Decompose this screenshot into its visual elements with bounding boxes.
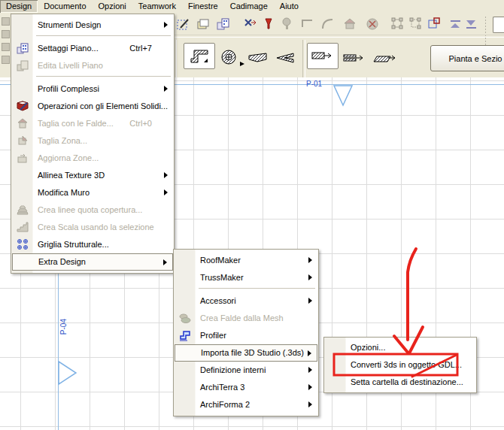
- copy-layers-icon[interactable]: [196, 17, 211, 32]
- split-icon[interactable]: [242, 17, 257, 32]
- resize-handles-icon: [390, 17, 405, 32]
- menu-item-label: Profiler: [200, 331, 226, 340]
- toolbar-row-divider: [173, 35, 504, 38]
- menu-item-label: Operazioni con gli Elementi Solidi...: [38, 101, 168, 111]
- menu-item-label: ArchiTerra 3: [200, 383, 244, 392]
- solid-operations-icon: [17, 100, 29, 112]
- structural-grid-icon: [17, 238, 29, 250]
- beam-profile-icon[interactable]: [248, 53, 268, 65]
- stretch-box-icon[interactable]: [427, 17, 442, 32]
- menu-item-label: Setta cartella di destinazione...: [351, 377, 463, 386]
- menu-item-importa-file-3d-studio[interactable]: Importa file 3D Studio (.3ds): [175, 344, 317, 362]
- menu-item-label: Edita Livelli Piano: [38, 61, 103, 70]
- submenu-arrow-icon: [308, 401, 312, 407]
- section-marker-p01-label[interactable]: P-01: [306, 80, 322, 88]
- menu-item-crea-linee-quota-copertura[interactable]: Crea linee quota copertura...: [12, 201, 173, 219]
- menu-item-setta-cartella-destinazione[interactable]: Setta cartella di destinazione...: [325, 374, 475, 391]
- dropdown-arrow-icon[interactable]: [239, 59, 245, 68]
- menu-separator: [36, 76, 171, 79]
- wall-profile-button[interactable]: [184, 43, 215, 69]
- collapse-top-icon[interactable]: [448, 17, 463, 32]
- submenu-arrow-icon: [308, 298, 312, 304]
- menu-item-trussmaker[interactable]: TrussMaker: [175, 269, 317, 286]
- section-marker-button[interactable]: [307, 43, 339, 69]
- studio-submenu-popup: Opzioni... Converti 3ds in oggetto GDL..…: [323, 337, 477, 393]
- menu-item-crea-scala-selezione[interactable]: Crea Scala usando la selezione: [12, 219, 173, 236]
- floor-settings-icon: [17, 42, 29, 54]
- column-profile-icon[interactable]: [275, 53, 295, 65]
- submenu-arrow-icon: [164, 22, 168, 28]
- clipped-toolbar-button[interactable]: [493, 17, 504, 33]
- menu-item-archiforma-2[interactable]: ArchiForma 2: [175, 396, 317, 413]
- menu-cadimage[interactable]: Cadimage: [224, 0, 274, 13]
- collapse-bottom-icon[interactable]: [464, 17, 479, 32]
- circular-profile-icon[interactable]: [220, 48, 238, 68]
- menu-item-label: Modifica Muro: [38, 188, 90, 197]
- interior-elevation-icon[interactable]: [373, 54, 397, 66]
- menu-aiuto[interactable]: Aiuto: [274, 0, 305, 13]
- submenu-arrow-icon: [308, 367, 312, 373]
- menu-item-converti-3ds-in-oggetto-gdl[interactable]: Converti 3ds in oggetto GDL...: [325, 356, 475, 374]
- menu-item-allinea-texture-3d[interactable]: Allinea Texture 3D: [12, 167, 173, 184]
- menu-teamwork[interactable]: Teamwork: [132, 0, 182, 13]
- menu-item-roofmaker[interactable]: RoofMaker: [175, 252, 317, 269]
- submenu-arrow-icon: [164, 172, 168, 178]
- menu-item-settaggi-piano[interactable]: Settaggi Piano... Ctrl+7: [12, 40, 173, 57]
- sphere-icon: [365, 17, 380, 32]
- menu-item-strumenti-design[interactable]: Strumenti Design: [12, 17, 173, 34]
- story-settings-icon[interactable]: [216, 17, 231, 32]
- roof-level-lines-icon: [17, 204, 29, 216]
- create-stair-icon: [17, 221, 29, 233]
- roof-house-icon: [342, 17, 357, 32]
- menu-opzioni[interactable]: Opzioni: [93, 0, 132, 13]
- menu-item-label: Allinea Texture 3D: [38, 171, 105, 180]
- menu-item-edita-livelli-piano[interactable]: Edita Livelli Piano: [12, 57, 173, 74]
- menu-item-extra-design[interactable]: Extra Design: [12, 253, 173, 271]
- menu-item-profili-complessi[interactable]: Profili Complessi: [12, 80, 173, 98]
- submenu-arrow-icon: [163, 259, 167, 265]
- menu-item-griglia-strutturale[interactable]: Griglia Strutturale...: [12, 236, 173, 253]
- marquee-pencil-icon[interactable]: [176, 17, 191, 32]
- submenu-arrow-icon: [308, 384, 312, 390]
- menu-item-label: TrussMaker: [200, 273, 244, 282]
- toolbar-separator: [302, 40, 305, 79]
- menu-separator: [199, 288, 315, 291]
- menu-finestre[interactable]: Finestre: [182, 0, 224, 13]
- tree-icon: [280, 17, 295, 32]
- menu-item-operazioni-elementi-solidi[interactable]: Operazioni con gli Elementi Solidi...: [12, 98, 173, 115]
- toolbar-separator: [485, 17, 486, 45]
- menu-shortcut: Ctrl+7: [129, 40, 152, 57]
- design-menu-popup: Strumenti Design Settaggi Piano... Ctrl+…: [11, 14, 175, 274]
- left-toolbar-sliver: [0, 13, 11, 88]
- menu-item-label: Griglia Strutturale...: [38, 240, 109, 249]
- trim-zone-icon: [17, 135, 29, 147]
- menu-item-crea-falde-dalla-mesh[interactable]: Crea Falde dalla Mesh: [175, 310, 317, 327]
- menu-item-opzioni-3ds[interactable]: Opzioni...: [325, 339, 475, 356]
- edit-story-levels-icon: [17, 59, 29, 71]
- plan-section-label: Pianta e Sezio: [449, 54, 502, 63]
- elevation-marker-icon[interactable]: [343, 54, 366, 65]
- menu-item-profiler[interactable]: Profiler: [175, 327, 317, 344]
- trim-to-roof-icon: [17, 117, 29, 129]
- menu-item-taglia-con-le-falde[interactable]: Taglia con le Falde... Ctrl+0: [12, 115, 173, 132]
- menu-item-label: Strumenti Design: [38, 20, 101, 29]
- menu-item-label: Definizione interni: [200, 365, 266, 374]
- submenu-arrow-icon: [164, 86, 168, 92]
- menu-documento[interactable]: Documento: [38, 0, 92, 13]
- menu-item-accessori[interactable]: Accessori: [175, 292, 317, 310]
- menu-item-label: ArchiForma 2: [200, 400, 250, 409]
- menu-item-label: Extra Design: [38, 257, 86, 266]
- adjust-funnel-icon[interactable]: [263, 17, 278, 32]
- menu-item-taglia-zona[interactable]: Taglia Zona...: [12, 132, 173, 150]
- section-marker-p01-triangle[interactable]: [332, 84, 354, 107]
- menu-item-aggiorna-zone[interactable]: Aggiorna Zone...: [12, 150, 173, 167]
- menu-item-modifica-muro[interactable]: Modifica Muro: [12, 184, 173, 201]
- menu-design[interactable]: Design: [0, 0, 38, 13]
- section-marker-p04-triangle[interactable]: [57, 360, 78, 386]
- section-marker-p04-label[interactable]: P-04: [59, 319, 68, 335]
- stretch-handles-icon: [408, 17, 424, 32]
- menu-separator: [36, 35, 171, 38]
- plan-section-button[interactable]: Pianta e Sezio: [430, 45, 504, 71]
- menu-item-definizione-interni[interactable]: Definizione interni: [175, 362, 317, 379]
- menu-item-architerra-3[interactable]: ArchiTerra 3: [175, 379, 317, 396]
